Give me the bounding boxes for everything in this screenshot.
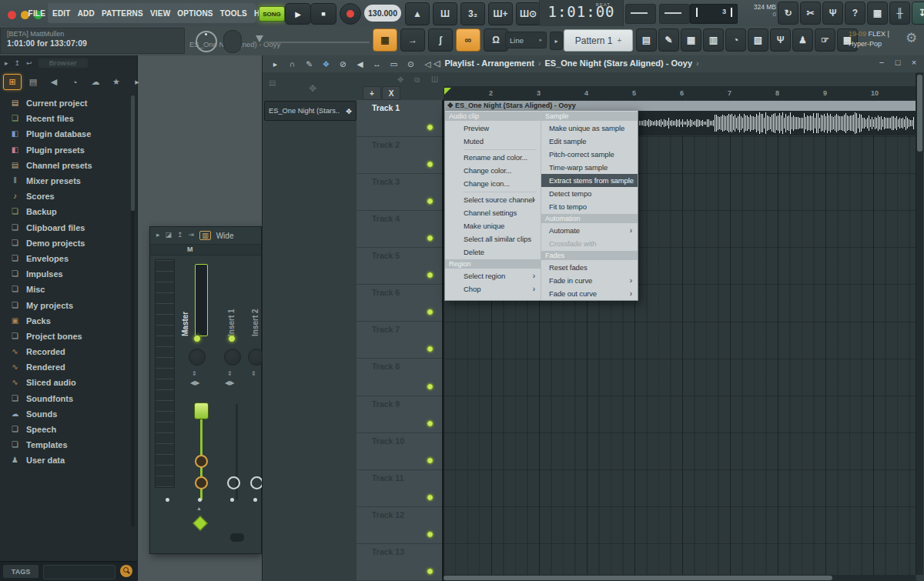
vertical-scrollbar-thumb[interactable] xyxy=(917,75,922,152)
menu-view[interactable]: VIEW xyxy=(150,9,170,18)
mixer-insert1-stereo-icon[interactable]: ◀▶ xyxy=(225,379,234,386)
menu-options[interactable]: OPTIONS xyxy=(177,9,213,18)
context-menu-item-select-region[interactable]: Select region› xyxy=(445,269,541,282)
snap-selector[interactable]: Line ▸ xyxy=(505,32,547,48)
browser-item-templates[interactable]: ❏Templates xyxy=(0,437,131,452)
context-menu-item-fade-in-curve[interactable]: Fade in curve› xyxy=(541,274,638,287)
tab-history[interactable]: ◔ xyxy=(65,74,84,90)
context-menu-item-delete[interactable]: Delete xyxy=(445,245,541,259)
undo-icon[interactable]: ↻ xyxy=(778,2,798,25)
vertical-scrollbar[interactable] xyxy=(916,73,923,575)
context-menu-item-channel-settings[interactable]: Channel settings xyxy=(445,206,541,219)
control-surface-icon[interactable]: ╫ xyxy=(889,2,910,25)
context-menu-item-change-color[interactable]: Change color... xyxy=(445,164,541,177)
context-menu-item-fade-out-curve[interactable]: Fade out curve› xyxy=(541,287,638,300)
track-activity-led[interactable] xyxy=(427,494,434,501)
mixer-insert1-pan-knob[interactable] xyxy=(224,349,241,366)
song-arrow-icon[interactable]: → xyxy=(400,28,425,52)
main-volume-slider[interactable] xyxy=(625,4,656,24)
context-menu-item-chop[interactable]: Chop› xyxy=(445,282,541,296)
piano-roll-window-icon[interactable]: ✎ xyxy=(658,28,679,52)
tab-more[interactable]: ▸ xyxy=(128,74,146,90)
mixer-master-sep-icon[interactable]: ⇕ xyxy=(192,370,197,377)
cut-icon[interactable]: ✂ xyxy=(800,2,821,25)
plugin-picker-icon[interactable]: Ψ xyxy=(770,28,791,52)
menu-file[interactable]: FILE xyxy=(28,9,45,18)
mixer-up-icon[interactable]: ↥ xyxy=(177,231,183,240)
mute-tool-icon[interactable]: ◀ xyxy=(353,58,367,70)
countdown-icon[interactable]: 3₂ xyxy=(460,2,485,25)
track-activity-led[interactable] xyxy=(427,161,434,168)
context-menu-item-make-unique-as-sample[interactable]: Make unique as sample xyxy=(541,122,638,135)
shuttle-slider[interactable] xyxy=(265,42,370,43)
timeline-ruler[interactable]: 2345678910 xyxy=(444,86,917,100)
close-button[interactable]: × xyxy=(909,58,919,67)
browser-up-icon[interactable]: ↥ xyxy=(15,59,21,67)
mixer-insert2-label[interactable]: Insert 2 xyxy=(251,265,259,336)
playhead-marker[interactable] xyxy=(444,88,451,95)
browser-item-my-projects[interactable]: ❏My projects xyxy=(0,297,131,312)
browser-item-backup[interactable]: ❏Backup xyxy=(0,204,131,219)
mixer-dock-diamond-icon[interactable] xyxy=(192,516,208,531)
track-activity-led[interactable] xyxy=(427,568,434,575)
breadcrumb-playlist[interactable]: Playlist - Arrangement xyxy=(444,58,534,68)
browser-item-speech[interactable]: ❏Speech xyxy=(0,422,131,437)
magnet-snap-icon[interactable]: ∩ xyxy=(286,58,299,70)
mixer-insert1-label[interactable]: Insert 1 xyxy=(227,265,236,336)
track-header-12[interactable]: Track 12 xyxy=(357,507,442,544)
pattern-selector[interactable]: Pattern 1 + xyxy=(564,29,633,52)
context-menu-item-make-unique[interactable]: Make unique xyxy=(445,219,541,232)
browser-item-plugin-database[interactable]: ◧Plugin database xyxy=(0,126,131,142)
export-icon[interactable]: ↧ xyxy=(912,2,924,25)
track-header-11[interactable]: Track 11 xyxy=(357,470,442,507)
mixer-play-icon[interactable]: ▸ xyxy=(156,231,160,240)
context-menu-item-time-warp-sample[interactable]: Time-warp sample xyxy=(541,161,638,174)
song-position-time[interactable]: 1:01:00 xyxy=(540,3,623,20)
context-menu-item-extract-stems-from-sample[interactable]: Extract stems from sample xyxy=(541,174,638,187)
browser-back-icon[interactable]: ↩ xyxy=(26,59,32,67)
tab-cloud[interactable]: ☁ xyxy=(86,74,105,90)
song-mode-toggle[interactable]: SONG xyxy=(259,6,285,22)
play-button[interactable]: ▶ xyxy=(285,3,311,25)
touch-controller-icon[interactable]: ☞ xyxy=(815,28,835,52)
track-activity-led[interactable] xyxy=(427,531,434,538)
mixer-route-icon[interactable]: ◪ xyxy=(166,231,172,240)
tab-files[interactable]: ▤ xyxy=(24,74,42,90)
browser-item-scores[interactable]: ♪Scores xyxy=(0,189,131,204)
mixer-insert1-mute-led[interactable] xyxy=(228,335,236,342)
record-button[interactable] xyxy=(340,3,361,25)
track-header-9[interactable]: Track 9 xyxy=(357,396,442,433)
pattern-add-icon[interactable]: + xyxy=(617,36,621,45)
gear-icon[interactable]: ⚙ xyxy=(906,30,917,46)
track-header-5[interactable]: Track 5 xyxy=(357,248,442,285)
context-menu-item-edit-sample[interactable]: Edit sample xyxy=(541,135,638,148)
mixer-swap-arrow-icon[interactable]: ▲ xyxy=(196,506,202,511)
mixer-window-icon[interactable]: ▥ xyxy=(703,28,724,52)
metronome-icon[interactable]: ▲ xyxy=(405,2,430,25)
context-menu-item-fit-to-tempo[interactable]: Fit to tempo xyxy=(541,200,638,213)
delete-tool-icon[interactable]: ⊘ xyxy=(336,58,350,70)
browser-item-mixer-presets[interactable]: ‖Mixer presets xyxy=(0,173,131,189)
context-menu-item-pitch-correct-sample[interactable]: Pitch-correct sample xyxy=(541,148,638,161)
track-header-4[interactable]: Track 4 xyxy=(357,211,442,248)
browser-item-project-bones[interactable]: ❏Project bones xyxy=(0,329,131,344)
track-move-icon[interactable]: ✥ xyxy=(397,75,403,84)
mixer-master-label[interactable]: Master xyxy=(181,265,189,336)
play-tool-icon[interactable]: ▸ xyxy=(269,58,282,70)
pattern-prev-button[interactable]: ▸ xyxy=(550,32,563,50)
track-header-3[interactable]: Track 3 xyxy=(357,174,442,211)
slip-tool-icon[interactable]: ↔ xyxy=(370,58,383,70)
browser-item-envelopes[interactable]: ❏Envelopes xyxy=(0,251,131,266)
track-activity-led[interactable] xyxy=(427,124,434,131)
browser-window-icon[interactable]: ▧ xyxy=(748,28,768,52)
horizontal-scrollbar[interactable] xyxy=(444,575,916,581)
main-pitch-knob[interactable] xyxy=(223,30,242,53)
tab-audio[interactable]: ◀ xyxy=(45,74,63,90)
typing-to-piano-icon[interactable]: Ш+ xyxy=(488,2,513,25)
context-menu-item-preview[interactable]: Preview xyxy=(445,122,541,135)
tags-search-input[interactable] xyxy=(43,565,116,579)
track-header-1[interactable]: Track 1 xyxy=(357,100,442,137)
context-menu-item-rename-and-color[interactable]: Rename and color... xyxy=(445,151,541,164)
mixer-master-latch-icon[interactable] xyxy=(195,455,208,468)
browser-play-icon[interactable]: ▸ xyxy=(5,59,8,67)
